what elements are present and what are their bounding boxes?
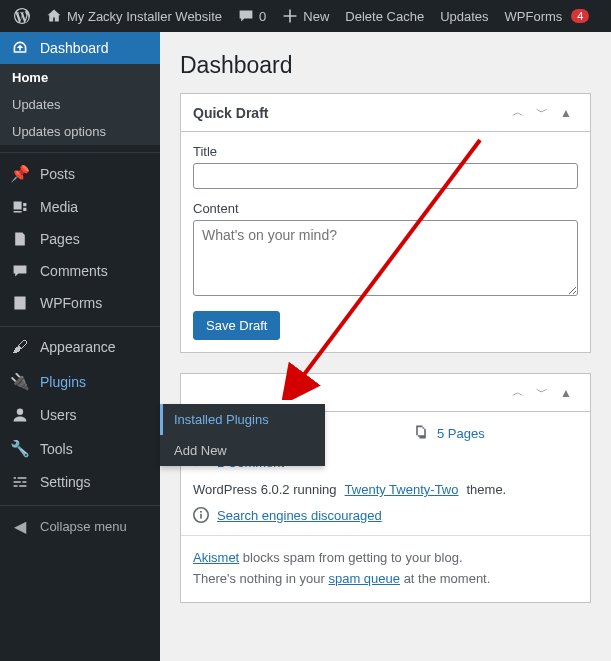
title-input[interactable] [193,163,578,189]
site-title: My Zacky Installer Website [67,9,222,24]
pages-icon [413,424,429,443]
collapse-menu[interactable]: ◀Collapse menu [0,509,160,544]
move-down-icon[interactable]: ﹀ [530,384,554,401]
menu-pages[interactable]: Pages [0,223,160,255]
home-icon [46,8,62,24]
brush-icon: 🖌 [10,338,30,356]
akismet-link[interactable]: Akismet [193,550,239,565]
menu-users[interactable]: Users [0,399,160,431]
dashboard-icon [10,40,30,56]
plus-icon [282,8,298,24]
comment-icon [238,8,254,24]
comments-link[interactable]: 0 [230,0,274,32]
move-up-icon[interactable]: ︿ [506,384,530,401]
new-content[interactable]: New [274,0,337,32]
menu-settings[interactable]: Settings [0,466,160,498]
menu-tools[interactable]: 🔧Tools [0,431,160,466]
admin-sidebar: Dashboard Home Updates Updates options 📌… [0,32,160,661]
admin-bar: My Zacky Installer Website 0 New Delete … [0,0,611,32]
wrench-icon: 🔧 [10,439,30,458]
menu-separator [0,322,160,327]
collapse-icon: ◀ [10,517,30,536]
user-icon [10,407,30,423]
theme-link[interactable]: Twenty Twenty-Two [345,482,459,497]
seo-line: Search engines discouraged [193,507,578,523]
menu-wpforms[interactable]: WPForms [0,287,160,319]
menu-appearance[interactable]: 🖌Appearance [0,330,160,364]
seo-link[interactable]: Search engines discouraged [217,508,382,523]
wpforms-badge: 4 [571,9,589,23]
quick-draft-box: Quick Draft ︿ ﹀ ▲ Title Content Save Dra… [180,93,591,353]
move-up-icon[interactable]: ︿ [506,104,530,121]
plugin-icon: 🔌 [10,372,30,391]
page-title: Dashboard [180,52,591,79]
delete-cache[interactable]: Delete Cache [337,0,432,32]
move-down-icon[interactable]: ﹀ [530,104,554,121]
content-area: Dashboard Quick Draft ︿ ﹀ ▲ Title Conten… [160,32,611,661]
comment-count: 0 [259,9,266,24]
updates-link[interactable]: Updates [432,0,496,32]
plugins-flyout: Installed Plugins Add New [160,404,325,466]
quick-draft-header: Quick Draft ︿ ﹀ ▲ [181,94,590,132]
menu-dashboard[interactable]: Dashboard [0,32,160,64]
pin-icon: 📌 [10,164,30,183]
page-icon [10,231,30,247]
wp-logo[interactable] [6,0,38,32]
quick-draft-body: Title Content Save Draft [181,132,590,352]
comments-icon [10,263,30,279]
menu-separator [0,148,160,153]
akismet-footer: Akismet blocks spam from getting to your… [181,535,590,602]
svg-point-0 [17,409,23,415]
site-link[interactable]: My Zacky Installer Website [38,0,230,32]
submenu-updates-options[interactable]: Updates options [0,118,160,145]
content-label: Content [193,201,578,216]
menu-posts[interactable]: 📌Posts [0,156,160,191]
submenu-home[interactable]: Home [0,64,160,91]
menu-separator [0,501,160,506]
flyout-installed-plugins[interactable]: Installed Plugins [160,404,325,435]
menu-plugins[interactable]: 🔌Plugins [0,364,160,399]
flyout-add-new[interactable]: Add New [160,435,325,466]
glance-heading [193,385,506,401]
svg-rect-3 [200,514,202,519]
dashboard-submenu: Home Updates Updates options [0,64,160,145]
quick-draft-heading: Quick Draft [193,105,506,121]
menu-comments[interactable]: Comments [0,255,160,287]
wp-version-line: WordPress 6.0.2 running Twenty Twenty-Tw… [193,482,578,497]
sliders-icon [10,474,30,490]
info-icon [193,507,209,523]
form-icon [10,295,30,311]
svg-point-2 [200,511,202,513]
save-draft-button[interactable]: Save Draft [193,311,280,340]
toggle-icon[interactable]: ▲ [554,106,578,120]
menu-media[interactable]: Media [0,191,160,223]
wpforms-link[interactable]: WPForms 4 [497,0,598,32]
wordpress-icon [14,8,30,24]
content-textarea[interactable] [193,220,578,296]
submenu-updates[interactable]: Updates [0,91,160,118]
media-icon [10,199,30,215]
toggle-icon[interactable]: ▲ [554,386,578,400]
new-label: New [303,9,329,24]
title-label: Title [193,144,578,159]
pages-stat[interactable]: 5 Pages [413,424,485,443]
spam-queue-link[interactable]: spam queue [328,571,400,586]
